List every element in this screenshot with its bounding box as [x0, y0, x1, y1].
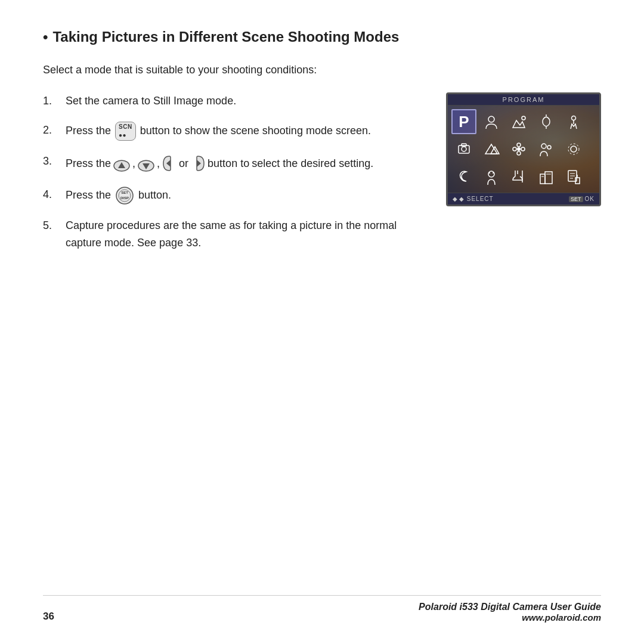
- brand-name: Polaroid i533 Digital Camera User Guide: [419, 602, 601, 612]
- step-2-after: button to show the scene shooting mode s…: [140, 125, 371, 137]
- left-arrow-icon: [162, 155, 177, 172]
- step-5: 5. Capture procedures are the same as fo…: [43, 217, 427, 252]
- select-label: ◆ SELECT: [459, 196, 494, 202]
- svg-point-12: [522, 116, 525, 120]
- page-title: • Taking Pictures in Different Scene Sho…: [43, 29, 601, 45]
- step-3-content: Press the ,: [66, 153, 427, 174]
- scene-landscape-icon: [506, 109, 531, 134]
- scene-row-1: P: [451, 109, 596, 134]
- scene-indoor-icon: [451, 137, 476, 162]
- select-arrows-icon: ◆: [453, 196, 457, 202]
- step-3-num: 3.: [43, 153, 60, 170]
- step-2-num: 2.: [43, 122, 60, 139]
- scene-baby-icon: [479, 164, 504, 189]
- page-footer: 36 Polaroid i533 Digital Camera User Gui…: [43, 595, 601, 623]
- step-1-num: 1.: [43, 92, 60, 110]
- svg-rect-19: [462, 144, 466, 146]
- svg-point-10: [488, 116, 494, 122]
- comma-1: ,: [132, 153, 135, 174]
- up-arrow-icon: [113, 157, 130, 169]
- bullet: •: [43, 29, 48, 45]
- svg-marker-45: [575, 178, 580, 184]
- scene-doc-icon: [561, 164, 586, 189]
- camera-screen: PROGRAM P: [446, 92, 601, 206]
- title-text: Taking Pictures in Different Scene Shoot…: [52, 29, 399, 45]
- svg-rect-38: [545, 172, 552, 184]
- step-4-before: Press the: [66, 189, 111, 201]
- step-4-num: 4.: [43, 186, 60, 203]
- scene-macro-icon: [506, 137, 531, 162]
- scnm-button-icon: SCN●●: [115, 122, 136, 141]
- scene-row-3: [451, 164, 596, 189]
- svg-point-24: [517, 151, 521, 155]
- step-4-after: button.: [138, 189, 171, 201]
- svg-rect-37: [540, 174, 545, 184]
- scene-program-icon: P: [451, 109, 476, 134]
- scene-moon-icon: [451, 164, 476, 189]
- comma-2: ,: [157, 153, 160, 174]
- step-2: 2. Press the SCN●● button to show the sc…: [43, 122, 427, 141]
- steps-list: 1. Set the camera to Still Image mode. 2…: [43, 92, 427, 263]
- step-4-text: Press the SET DISP button.: [66, 186, 427, 205]
- scene-kids-icon: [534, 137, 559, 162]
- svg-point-30: [568, 144, 579, 154]
- scene-mountain-icon: [479, 137, 504, 162]
- ok-set-label: SET: [569, 196, 583, 202]
- svg-point-28: [547, 145, 551, 149]
- ok-label: OK: [585, 196, 595, 202]
- scene-sport-icon: [561, 109, 586, 134]
- scene-food-icon: [506, 164, 531, 189]
- svg-text:DISP: DISP: [120, 196, 129, 200]
- set-disp-icon: SET DISP: [115, 186, 134, 205]
- step-3-after: select the desired setting.: [252, 153, 373, 174]
- scene-settings-icon: [561, 137, 586, 162]
- svg-point-18: [462, 147, 466, 151]
- right-arrow-icon: [191, 155, 205, 172]
- svg-point-29: [571, 146, 577, 152]
- step-3-before: Press the: [66, 153, 111, 174]
- scene-city-icon: [534, 164, 559, 189]
- step-3-text: Press the ,: [66, 153, 427, 174]
- svg-text:SET: SET: [121, 191, 128, 194]
- svg-point-27: [541, 144, 546, 148]
- scene-night-icon: [534, 109, 559, 134]
- footer-brand: Polaroid i533 Digital Camera User Guide …: [419, 602, 601, 623]
- step-5-text: Capture procedures are the same as for t…: [66, 217, 427, 252]
- subtitle: Select a mode that is suitable to your s…: [43, 62, 601, 78]
- scene-portrait-icon: [479, 109, 504, 134]
- scene-row-2: [451, 137, 596, 162]
- step-1-text: Set the camera to Still Image mode.: [66, 92, 427, 110]
- scnm-label: SCN●●: [115, 122, 136, 141]
- svg-point-15: [572, 116, 576, 120]
- brand-url: www.polaroid.com: [419, 612, 601, 623]
- step-1: 1. Set the camera to Still Image mode.: [43, 92, 427, 110]
- or-text: or: [179, 153, 188, 174]
- svg-point-31: [488, 171, 494, 177]
- step-2-before: Press the: [66, 125, 111, 137]
- footer-select: ◆ ◆ SELECT: [453, 196, 494, 202]
- page-content: • Taking Pictures in Different Scene Sho…: [0, 0, 644, 292]
- step-3: 3. Press the ,: [43, 153, 427, 174]
- step-5-num: 5.: [43, 217, 60, 234]
- camera-screen-inner: PROGRAM P: [446, 92, 601, 206]
- down-arrow-icon: [138, 157, 154, 169]
- steps-container: 1. Set the camera to Still Image mode. 2…: [43, 92, 601, 263]
- svg-marker-11: [513, 120, 525, 128]
- screen-footer: ◆ ◆ SELECT SET OK: [448, 193, 599, 205]
- step-4: 4. Press the SET DISP button.: [43, 186, 427, 205]
- screen-header: PROGRAM: [448, 94, 599, 106]
- svg-point-23: [517, 143, 521, 147]
- svg-point-26: [521, 147, 525, 151]
- svg-point-22: [517, 147, 521, 151]
- svg-point-25: [513, 147, 516, 151]
- button-to-text: button to: [208, 153, 249, 174]
- page-number: 36: [43, 611, 54, 623]
- step-2-text: Press the SCN●● button to show the scene…: [66, 122, 427, 141]
- footer-ok: SET OK: [569, 196, 595, 202]
